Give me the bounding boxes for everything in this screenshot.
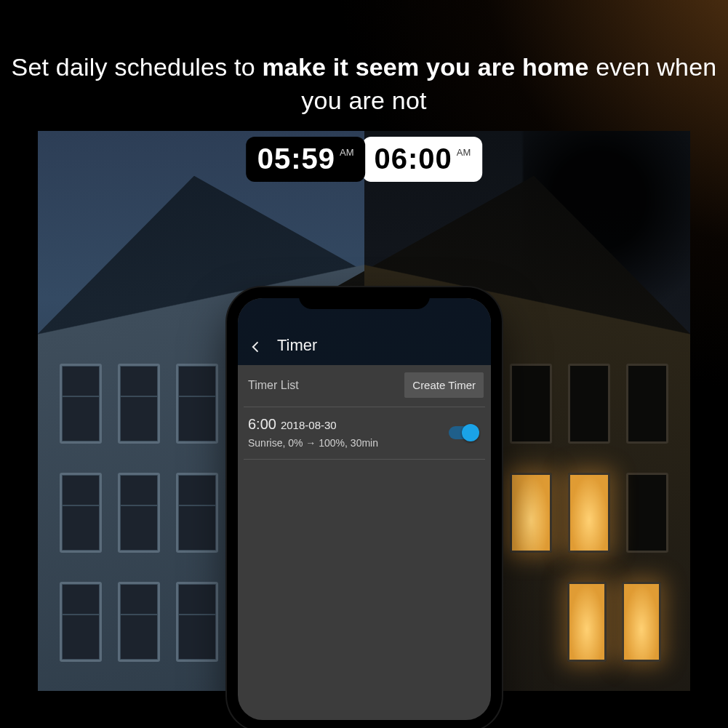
time-before-value: 05:59 — [257, 143, 335, 175]
headline-part1: Set daily schedules to — [12, 53, 263, 81]
back-arrow-icon[interactable] — [248, 339, 264, 355]
timer-list-label: Timer List — [248, 379, 299, 392]
timer-row[interactable]: 6:002018-08-30 Sunrise, 0% → 100%, 30min — [244, 407, 485, 460]
app-bar-title: Timer — [277, 336, 317, 355]
headline-bold: make it seem you are home — [262, 53, 588, 81]
create-timer-button[interactable]: Create Timer — [404, 372, 484, 398]
toggle-knob-icon — [462, 424, 479, 441]
time-after-value: 06:00 — [375, 143, 452, 175]
phone-frame: Timer Timer List Create Timer 6:002018-0… — [227, 287, 502, 728]
time-before-ampm: AM — [340, 147, 354, 158]
timer-enabled-toggle[interactable] — [449, 426, 478, 439]
timer-row-text: 6:002018-08-30 Sunrise, 0% → 100%, 30min — [248, 416, 378, 449]
marketing-headline: Set daily schedules to make it seem you … — [0, 51, 728, 118]
timer-list-header: Timer List Create Timer — [238, 365, 491, 405]
timer-row-line1: 6:002018-08-30 — [248, 416, 378, 433]
timer-detail: Sunrise, 0% → 100%, 30min — [248, 437, 378, 449]
app-screen: Timer Timer List Create Timer 6:002018-0… — [238, 298, 491, 720]
time-badges: 05:59 AM 06:00 AM — [246, 137, 483, 182]
time-badge-after: 06:00 AM — [363, 137, 483, 182]
timer-date: 2018-08-30 — [281, 419, 337, 431]
timer-time: 6:00 — [248, 416, 276, 432]
time-after-ampm: AM — [457, 147, 471, 158]
phone-notch — [299, 287, 430, 309]
time-badge-before: 05:59 AM — [246, 137, 366, 182]
